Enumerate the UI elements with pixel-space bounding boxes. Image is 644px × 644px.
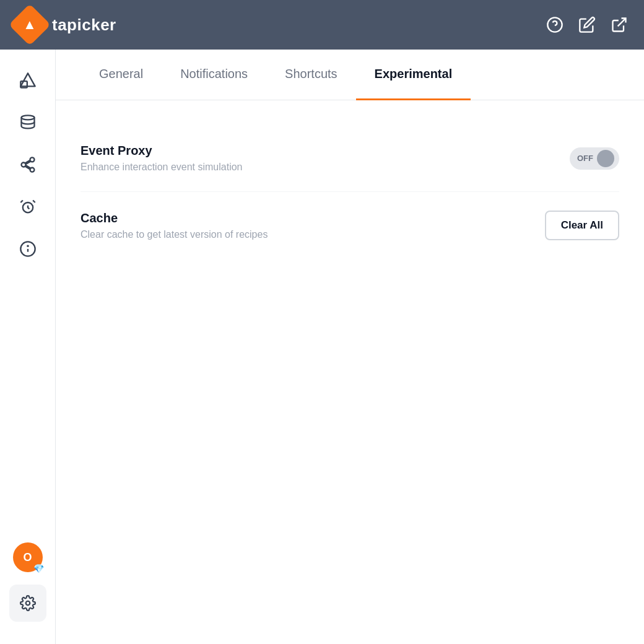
event-proxy-toggle[interactable]: OFF [570,147,619,170]
sidebar-item-database[interactable] [9,104,46,141]
svg-point-5 [21,115,34,120]
event-proxy-title: Event Proxy [80,144,570,158]
event-proxy-setting: Event Proxy Enhance interaction event si… [80,125,619,192]
header: ▲ tapicker [0,0,644,50]
help-icon[interactable] [545,15,565,35]
svg-line-2 [618,19,626,27]
toggle-label: OFF [577,154,593,163]
sidebar-item-info[interactable] [9,230,46,268]
logo-symbol: ▲ [23,17,37,33]
event-proxy-desc: Enhance interaction event simulation [80,162,570,173]
event-proxy-info: Event Proxy Enhance interaction event si… [80,144,570,173]
toggle-thumb [597,150,614,167]
cache-info: Cache Clear cache to get latest version … [80,211,545,240]
main-layout: O 💎 General Notifications Shortcuts Expe… [0,50,644,644]
external-link-icon[interactable] [609,15,629,35]
clear-all-button[interactable]: Clear All [545,211,619,240]
sidebar-item-alarm[interactable] [9,188,46,225]
logo-text: tapicker [52,15,116,35]
logo-icon: ▲ [9,4,51,46]
avatar-badge: 💎 [33,564,44,573]
settings-content: Event Proxy Enhance interaction event si… [56,100,644,284]
edit-icon[interactable] [577,15,597,35]
avatar-initials: O [23,551,32,564]
cache-desc: Clear cache to get latest version of rec… [80,229,545,240]
content-area: General Notifications Shortcuts Experime… [56,50,644,644]
logo: ▲ tapicker [15,10,116,40]
settings-button[interactable] [9,585,46,622]
cache-setting: Cache Clear cache to get latest version … [80,192,619,259]
tab-notifications[interactable]: Notifications [162,50,266,100]
header-actions [545,15,629,35]
avatar[interactable]: O 💎 [13,542,43,572]
sidebar-item-webhooks[interactable] [9,146,46,183]
svg-point-10 [25,601,30,606]
tab-general[interactable]: General [80,50,162,100]
sidebar: O 💎 [0,50,56,644]
sidebar-item-shapes[interactable] [9,62,46,99]
tab-shortcuts[interactable]: Shortcuts [266,50,355,100]
tab-experimental[interactable]: Experimental [356,50,471,100]
cache-title: Cache [80,211,545,225]
tabs-bar: General Notifications Shortcuts Experime… [56,50,644,100]
